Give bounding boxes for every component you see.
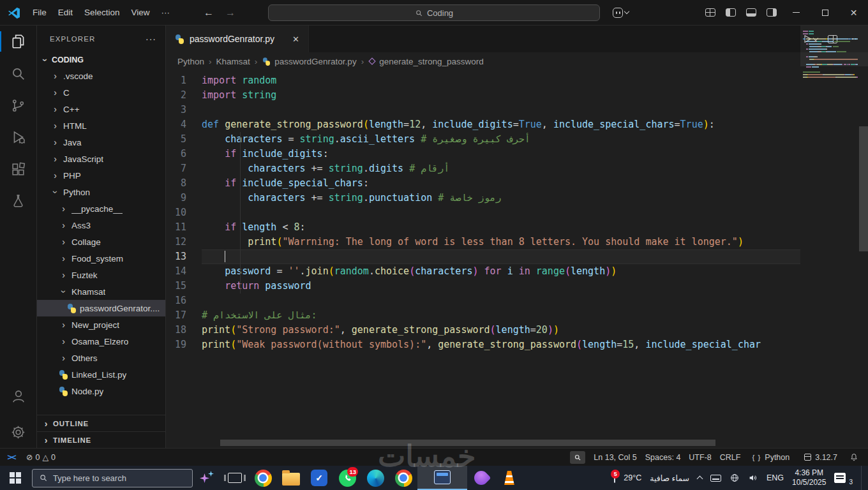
code-line-19[interactable]: 19print("Weak password(without symbols):… <box>166 338 800 352</box>
breadcrumb-Python[interactable]: Python <box>177 57 204 66</box>
tree-folder-Ass3[interactable]: ›Ass3 <box>37 217 165 234</box>
activity-explorer-button[interactable] <box>0 26 36 57</box>
browser-2-button[interactable] <box>389 466 417 490</box>
tree-folder-C++[interactable]: ›C++ <box>37 101 165 117</box>
edge-button[interactable] <box>361 466 389 490</box>
activity-run-debug-button[interactable] <box>0 121 36 153</box>
code-line-15[interactable]: 15 return password <box>166 279 800 293</box>
taskbar-search[interactable]: Type here to search <box>32 469 193 487</box>
navigate-forward-icon[interactable]: → <box>225 7 236 19</box>
minimap[interactable] <box>800 26 859 293</box>
tree-folder-JavaScript[interactable]: ›JavaScript <box>37 151 165 167</box>
tree-folder-Collage[interactable]: ›Collage <box>37 234 165 250</box>
close-button[interactable]: ✕ <box>839 0 868 26</box>
menu-edit[interactable]: Edit <box>52 0 79 26</box>
language-mode[interactable]: { } Python <box>749 453 793 462</box>
outline-section-header[interactable]: › OUTLINE <box>37 415 165 431</box>
input-language[interactable]: ENG <box>767 473 784 482</box>
tree-folder-C[interactable]: ›C <box>37 84 165 101</box>
timeline-section-header[interactable]: › TIMELINE <box>37 431 165 448</box>
problems-indicator[interactable]: ⊘ 0 △ 0 <box>23 452 59 462</box>
copilot-menu-button[interactable] <box>613 8 629 18</box>
network-icon[interactable] <box>730 473 740 483</box>
toggle-panel-button[interactable] <box>741 0 761 26</box>
tab-passwordGenrator[interactable]: passwordGenrator.py ✕ <box>166 26 309 52</box>
activity-extensions-button[interactable] <box>0 153 36 185</box>
tree-folder-PHP[interactable]: ›PHP <box>37 167 165 184</box>
breadcrumb-Khamsat[interactable]: Khamsat <box>216 57 250 66</box>
code-line-14[interactable]: 14 password = ''.join(random.choice(char… <box>166 264 800 279</box>
command-center-search[interactable]: Coding <box>268 4 600 21</box>
tree-file-passwordGenrator....[interactable]: passwordGenrator.... <box>37 300 165 316</box>
menu-view[interactable]: View <box>126 0 156 26</box>
notifications-bell-icon[interactable] <box>849 452 859 463</box>
code-editor[interactable]: 1import random2import string34def genera… <box>166 70 800 438</box>
activity-source-control-button[interactable] <box>0 89 36 121</box>
code-line-2[interactable]: 2import string <box>166 88 800 103</box>
horizontal-scrollbar[interactable] <box>220 440 715 446</box>
task-view-button[interactable] <box>221 466 249 490</box>
code-line-7[interactable]: 7 characters += string.digits # أرقام <box>166 161 800 176</box>
breadcrumb-passwordGenrator.py[interactable]: passwordGenrator.py <box>262 57 356 66</box>
activity-testing-button[interactable] <box>0 185 36 217</box>
toggle-primary-sidebar-button[interactable] <box>721 0 741 26</box>
hidden-icons-chevron[interactable] <box>697 476 703 482</box>
code-line-16[interactable]: 16 <box>166 293 800 308</box>
tree-folder-New_project[interactable]: ›New_project <box>37 316 165 333</box>
active-app-button[interactable] <box>417 466 467 490</box>
phone-link-button[interactable] <box>467 466 495 490</box>
customize-layout-button[interactable] <box>700 0 721 26</box>
menu-file[interactable]: File <box>27 0 52 26</box>
code-line-17[interactable]: 17# مثال على الاستخدام: <box>166 308 800 323</box>
accounts-button[interactable] <box>0 380 36 412</box>
tree-file-Node.py[interactable]: Node.py <box>37 383 165 399</box>
action-center-icon[interactable] <box>834 473 846 483</box>
tree-folder-Others[interactable]: ›Others <box>37 350 165 366</box>
code-line-9[interactable]: 9 characters += string.punctuation # رمو… <box>166 191 800 205</box>
tree-folder-Osama_Elzero[interactable]: ›Osama_Elzero <box>37 333 165 350</box>
tree-folder-.vscode[interactable]: ›.vscode <box>37 68 165 84</box>
remote-indicator[interactable]: >< <box>0 449 23 466</box>
weather-description[interactable]: سماء صافية <box>650 473 689 483</box>
maximize-button[interactable] <box>811 0 839 26</box>
news-interests-button[interactable]: 5 <box>614 473 615 482</box>
tree-folder-Food_system[interactable]: ›Food_system <box>37 250 165 267</box>
tab-close-icon[interactable]: ✕ <box>290 33 302 45</box>
eol-sequence[interactable]: CRLF <box>720 453 741 462</box>
minimize-button[interactable] <box>782 0 811 26</box>
touch-keyboard-icon[interactable] <box>710 475 721 482</box>
python-interpreter[interactable]: 3.12.7 <box>801 453 841 462</box>
tree-folder-Python[interactable]: ›Python <box>37 184 165 200</box>
code-line-13[interactable]: 13 <box>166 249 800 264</box>
todo-app-button[interactable]: ✓ <box>305 466 333 490</box>
encoding[interactable]: UTF-8 <box>689 453 711 462</box>
zoom-indicator[interactable] <box>570 451 585 464</box>
tree-folder-Khamsat[interactable]: ›Khamsat <box>37 283 165 300</box>
code-line-4[interactable]: 4def generate_strong_password(length=12,… <box>166 117 800 132</box>
navigate-back-icon[interactable]: ← <box>204 7 214 19</box>
menu-selection[interactable]: Selection <box>79 0 126 26</box>
indentation[interactable]: Spaces: 4 <box>645 453 681 462</box>
settings-button[interactable] <box>0 416 36 448</box>
toggle-secondary-sidebar-button[interactable] <box>761 0 782 26</box>
vertical-scrollbar[interactable] <box>859 126 868 251</box>
code-line-5[interactable]: 5 characters = string.ascii_letters # أح… <box>166 132 800 147</box>
volume-icon[interactable] <box>748 473 758 483</box>
code-line-11[interactable]: 11 if length < 8: <box>166 220 800 235</box>
start-button[interactable] <box>0 466 31 490</box>
explorer-more-actions[interactable]: ··· <box>146 34 156 44</box>
show-desktop-button[interactable] <box>861 466 864 490</box>
tree-root-folder[interactable]: › CODING <box>37 52 165 68</box>
tree-file-Linked_List.py[interactable]: Linked_List.py <box>37 366 165 383</box>
tree-folder-Fuztek[interactable]: ›Fuztek <box>37 267 165 283</box>
code-line-12[interactable]: 12 print("Warrning: The long of word is … <box>166 235 800 249</box>
weather-temperature[interactable]: 29°C <box>624 473 641 482</box>
chrome-taskbar-button[interactable] <box>249 466 277 490</box>
tree-folder-HTML[interactable]: ›HTML <box>37 117 165 134</box>
tree-folder-Java[interactable]: ›Java <box>37 134 165 151</box>
tree-folder-__pycache__[interactable]: ›__pycache__ <box>37 200 165 217</box>
code-line-1[interactable]: 1import random <box>166 73 800 88</box>
whatsapp-button[interactable]: 13 <box>333 466 361 490</box>
menu-overflow[interactable]: ··· <box>156 0 176 26</box>
code-line-3[interactable]: 3 <box>166 103 800 117</box>
